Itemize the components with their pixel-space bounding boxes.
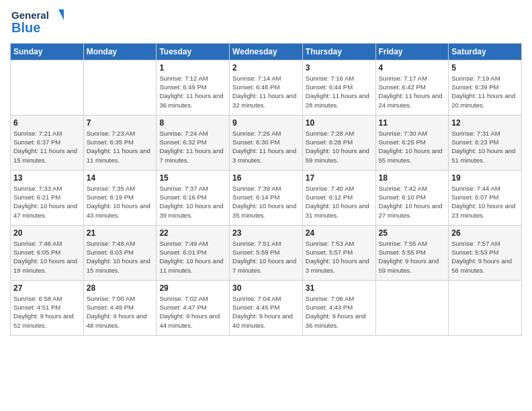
day-info: Sunrise: 7:14 AM Sunset: 6:46 PM Dayligh… (232, 74, 300, 109)
day-number: 18 (379, 173, 446, 183)
calendar-week-5: 27Sunrise: 6:58 AM Sunset: 4:51 PM Dayli… (11, 280, 522, 335)
calendar-cell: 16Sunrise: 7:39 AM Sunset: 6:14 PM Dayli… (230, 170, 303, 225)
calendar-cell: 22Sunrise: 7:49 AM Sunset: 6:01 PM Dayli… (157, 225, 230, 280)
calendar-week-2: 6Sunrise: 7:21 AM Sunset: 6:37 PM Daylig… (11, 115, 522, 170)
day-info: Sunrise: 7:57 AM Sunset: 5:53 PM Dayligh… (451, 239, 519, 275)
day-number: 16 (232, 173, 300, 183)
page-container: General Blue SundayMondayTuesdayWednesda… (0, 0, 532, 342)
calendar-cell: 19Sunrise: 7:44 AM Sunset: 6:07 PM Dayli… (449, 170, 522, 225)
svg-text:Blue: Blue (11, 20, 40, 35)
logo: General Blue (10, 7, 71, 40)
day-number: 15 (159, 173, 226, 183)
calendar-cell: 2Sunrise: 7:14 AM Sunset: 6:46 PM Daylig… (230, 60, 303, 115)
calendar-header-row: SundayMondayTuesdayWednesdayThursdayFrid… (11, 43, 522, 60)
calendar-cell (11, 60, 84, 115)
calendar-cell: 23Sunrise: 7:51 AM Sunset: 5:59 PM Dayli… (230, 225, 303, 280)
header-monday: Monday (83, 43, 157, 60)
calendar-week-4: 20Sunrise: 7:46 AM Sunset: 6:05 PM Dayli… (11, 225, 522, 280)
day-info: Sunrise: 7:55 AM Sunset: 5:55 PM Dayligh… (379, 239, 446, 275)
calendar-cell: 17Sunrise: 7:40 AM Sunset: 6:12 PM Dayli… (302, 170, 375, 225)
calendar-cell: 24Sunrise: 7:53 AM Sunset: 5:57 PM Dayli… (302, 225, 375, 280)
svg-marker-1 (58, 9, 64, 20)
day-number: 1 (159, 63, 226, 73)
header-wednesday: Wednesday (230, 43, 303, 60)
day-number: 28 (87, 283, 154, 293)
day-info: Sunrise: 7:23 AM Sunset: 6:35 PM Dayligh… (87, 129, 154, 165)
day-number: 23 (232, 228, 300, 238)
header-saturday: Saturday (449, 43, 522, 60)
day-number: 19 (451, 173, 519, 183)
day-info: Sunrise: 7:46 AM Sunset: 6:05 PM Dayligh… (13, 239, 81, 275)
day-number: 21 (87, 228, 154, 238)
calendar-cell: 31Sunrise: 7:06 AM Sunset: 4:43 PM Dayli… (302, 280, 375, 335)
calendar-cell: 18Sunrise: 7:42 AM Sunset: 6:10 PM Dayli… (375, 170, 449, 225)
calendar-cell: 20Sunrise: 7:46 AM Sunset: 6:05 PM Dayli… (11, 225, 84, 280)
calendar-cell: 10Sunrise: 7:28 AM Sunset: 6:28 PM Dayli… (302, 115, 375, 170)
calendar-cell: 28Sunrise: 7:00 AM Sunset: 4:49 PM Dayli… (83, 280, 157, 335)
day-info: Sunrise: 7:30 AM Sunset: 6:25 PM Dayligh… (379, 129, 446, 165)
calendar-cell: 11Sunrise: 7:30 AM Sunset: 6:25 PM Dayli… (375, 115, 449, 170)
day-info: Sunrise: 7:49 AM Sunset: 6:01 PM Dayligh… (159, 239, 226, 275)
calendar-cell: 30Sunrise: 7:04 AM Sunset: 4:45 PM Dayli… (230, 280, 303, 335)
day-number: 24 (306, 228, 373, 238)
day-number: 25 (379, 228, 446, 238)
day-number: 14 (87, 173, 154, 183)
day-number: 17 (306, 173, 373, 183)
day-number: 4 (379, 63, 446, 73)
day-number: 27 (13, 283, 81, 293)
header-sunday: Sunday (11, 43, 84, 60)
day-info: Sunrise: 7:02 AM Sunset: 4:47 PM Dayligh… (159, 294, 226, 330)
calendar-cell: 21Sunrise: 7:48 AM Sunset: 6:03 PM Dayli… (83, 225, 157, 280)
day-info: Sunrise: 7:48 AM Sunset: 6:03 PM Dayligh… (87, 239, 154, 275)
day-info: Sunrise: 7:16 AM Sunset: 6:44 PM Dayligh… (306, 74, 373, 109)
day-number: 22 (159, 228, 226, 238)
calendar-cell: 5Sunrise: 7:19 AM Sunset: 6:39 PM Daylig… (449, 60, 522, 115)
day-info: Sunrise: 7:04 AM Sunset: 4:45 PM Dayligh… (232, 294, 300, 330)
calendar-cell (449, 280, 522, 335)
calendar-cell (375, 280, 449, 335)
calendar-cell: 8Sunrise: 7:24 AM Sunset: 6:32 PM Daylig… (157, 115, 230, 170)
calendar-cell: 29Sunrise: 7:02 AM Sunset: 4:47 PM Dayli… (157, 280, 230, 335)
day-number: 26 (451, 228, 519, 238)
calendar-cell: 13Sunrise: 7:33 AM Sunset: 6:21 PM Dayli… (11, 170, 84, 225)
day-info: Sunrise: 7:12 AM Sunset: 6:49 PM Dayligh… (159, 74, 226, 109)
calendar-cell: 27Sunrise: 6:58 AM Sunset: 4:51 PM Dayli… (11, 280, 84, 335)
day-info: Sunrise: 7:51 AM Sunset: 5:59 PM Dayligh… (232, 239, 300, 275)
day-number: 7 (87, 118, 154, 128)
day-info: Sunrise: 7:19 AM Sunset: 6:39 PM Dayligh… (451, 74, 519, 109)
day-info: Sunrise: 7:39 AM Sunset: 6:14 PM Dayligh… (232, 184, 300, 220)
day-number: 12 (451, 118, 519, 128)
svg-text:General: General (11, 9, 49, 21)
header-thursday: Thursday (302, 43, 375, 60)
day-number: 9 (232, 118, 300, 128)
calendar-cell: 7Sunrise: 7:23 AM Sunset: 6:35 PM Daylig… (83, 115, 157, 170)
calendar-cell: 9Sunrise: 7:26 AM Sunset: 6:30 PM Daylig… (230, 115, 303, 170)
day-info: Sunrise: 7:17 AM Sunset: 6:42 PM Dayligh… (379, 74, 446, 109)
calendar-cell: 4Sunrise: 7:17 AM Sunset: 6:42 PM Daylig… (375, 60, 449, 115)
day-info: Sunrise: 7:40 AM Sunset: 6:12 PM Dayligh… (306, 184, 373, 220)
day-info: Sunrise: 7:37 AM Sunset: 6:16 PM Dayligh… (159, 184, 226, 220)
day-info: Sunrise: 7:44 AM Sunset: 6:07 PM Dayligh… (451, 184, 519, 220)
day-number: 6 (13, 118, 81, 128)
day-info: Sunrise: 7:21 AM Sunset: 6:37 PM Dayligh… (13, 129, 81, 165)
day-number: 10 (306, 118, 373, 128)
calendar-week-3: 13Sunrise: 7:33 AM Sunset: 6:21 PM Dayli… (11, 170, 522, 225)
logo-text: General Blue (10, 7, 71, 40)
day-info: Sunrise: 7:33 AM Sunset: 6:21 PM Dayligh… (13, 184, 81, 220)
day-number: 29 (159, 283, 226, 293)
day-number: 8 (159, 118, 226, 128)
calendar-cell: 14Sunrise: 7:35 AM Sunset: 6:19 PM Dayli… (83, 170, 157, 225)
calendar-cell (83, 60, 157, 115)
day-info: Sunrise: 7:06 AM Sunset: 4:43 PM Dayligh… (306, 294, 373, 330)
day-info: Sunrise: 7:00 AM Sunset: 4:49 PM Dayligh… (87, 294, 154, 330)
day-number: 5 (451, 63, 519, 73)
calendar-cell: 15Sunrise: 7:37 AM Sunset: 6:16 PM Dayli… (157, 170, 230, 225)
header-friday: Friday (375, 43, 449, 60)
calendar-cell: 6Sunrise: 7:21 AM Sunset: 6:37 PM Daylig… (11, 115, 84, 170)
day-info: Sunrise: 7:31 AM Sunset: 6:23 PM Dayligh… (451, 129, 519, 165)
day-info: Sunrise: 7:26 AM Sunset: 6:30 PM Dayligh… (232, 129, 300, 165)
day-number: 2 (232, 63, 300, 73)
header-tuesday: Tuesday (157, 43, 230, 60)
header: General Blue (10, 7, 522, 40)
day-info: Sunrise: 7:28 AM Sunset: 6:28 PM Dayligh… (306, 129, 373, 165)
